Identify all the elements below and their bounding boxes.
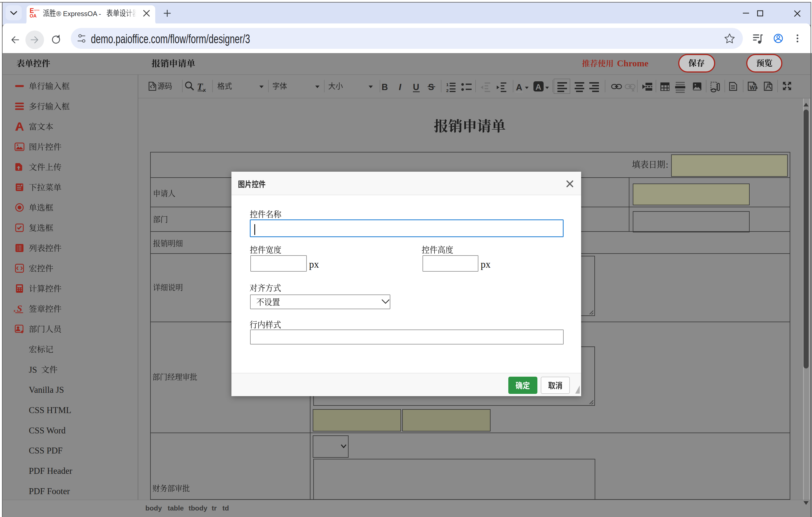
- svg-text:I: I: [399, 82, 402, 92]
- svg-text:Vanilla JS: Vanilla JS: [29, 385, 64, 395]
- svg-text:OA: OA: [30, 13, 37, 18]
- svg-text:tbody: tbody: [188, 504, 207, 512]
- svg-text::: :: [666, 160, 668, 170]
- svg-text:® ExpressOA -: ® ExpressOA -: [56, 10, 101, 18]
- svg-text:PDF Header: PDF Header: [29, 466, 72, 476]
- svg-text:2: 2: [446, 88, 448, 93]
- svg-text:A: A: [535, 82, 541, 91]
- svg-text:Chrome: Chrome: [617, 58, 648, 68]
- svg-text:px: px: [481, 259, 491, 270]
- svg-text:S: S: [17, 303, 22, 314]
- svg-text:x: x: [13, 309, 16, 313]
- svg-text:body: body: [145, 504, 162, 512]
- svg-text:tr: tr: [212, 504, 217, 512]
- svg-text:table: table: [168, 504, 184, 512]
- svg-text:px: px: [309, 259, 319, 270]
- svg-text:PDF Footer: PDF Footer: [29, 486, 70, 496]
- svg-text:CSS Word: CSS Word: [29, 426, 66, 435]
- svg-text:CSS HTML: CSS HTML: [29, 405, 71, 415]
- svg-text:x: x: [203, 87, 206, 93]
- svg-text:T: T: [197, 81, 203, 92]
- svg-text:A: A: [516, 82, 522, 92]
- svg-text:demo.paioffice.com/flow/form/d: demo.paioffice.com/flow/form/designer/3: [91, 32, 250, 46]
- svg-text:S: S: [428, 82, 434, 92]
- svg-text:xpress: xpress: [34, 9, 40, 11]
- svg-text:B: B: [382, 82, 388, 92]
- svg-text:CSS PDF: CSS PDF: [29, 446, 63, 455]
- svg-text:td: td: [223, 504, 229, 512]
- svg-text:1: 1: [446, 82, 448, 87]
- svg-text:U: U: [413, 82, 419, 92]
- svg-text:JS: JS: [29, 365, 37, 375]
- svg-text:W: W: [750, 84, 755, 91]
